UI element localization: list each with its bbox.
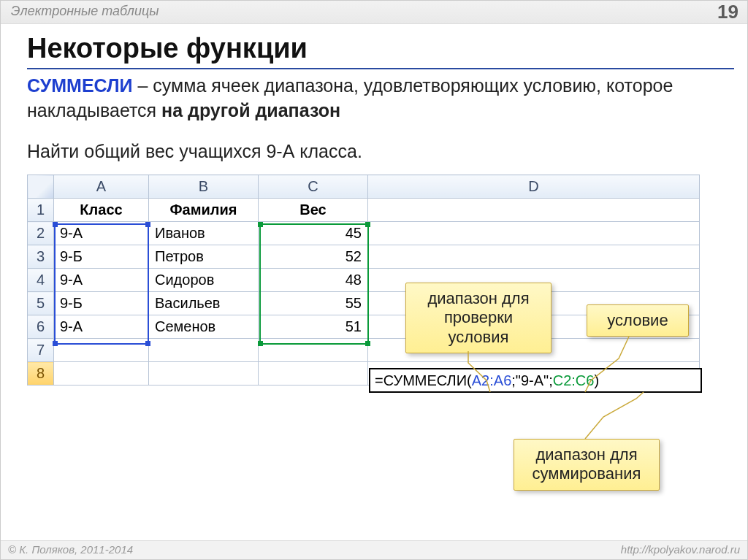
- col-header-a[interactable]: A: [54, 175, 149, 199]
- formula-range2: C2:C6: [553, 372, 595, 388]
- formula-cond: "9-А": [516, 372, 549, 388]
- footer-copyright: © К. Поляков, 2011-2014: [8, 543, 133, 556]
- formula-text: =СУММЕСЛИ(A2:A6;"9-А";C2:C6): [375, 372, 599, 389]
- cell-b5[interactable]: Васильев: [149, 292, 259, 315]
- cell-a8[interactable]: [54, 362, 149, 386]
- cell-d1[interactable]: [368, 199, 700, 222]
- cell-c4[interactable]: 48: [259, 269, 368, 292]
- cell-b2[interactable]: Иванов: [149, 222, 259, 245]
- col-header-d[interactable]: D: [368, 175, 700, 199]
- cell-c1[interactable]: Вес: [259, 199, 368, 222]
- formula-prefix: =СУММЕСЛИ(: [375, 372, 472, 388]
- cell-c7[interactable]: [259, 339, 368, 362]
- task-text: Найти общий вес учащихся 9-А класса.: [27, 141, 362, 162]
- cell-c5[interactable]: 55: [259, 292, 368, 315]
- cell-a4[interactable]: 9-А: [54, 269, 149, 292]
- cell-a6[interactable]: 9-А: [54, 315, 149, 339]
- row-header-2[interactable]: 2: [28, 222, 54, 245]
- cell-a2[interactable]: 9-А: [54, 222, 149, 245]
- col-header-b[interactable]: B: [149, 175, 259, 199]
- cell-a5[interactable]: 9-Б: [54, 292, 149, 315]
- callout-condition: условие: [587, 304, 689, 337]
- description-emphasis: на другой диапазон: [161, 100, 340, 120]
- formula-suffix: ): [594, 372, 599, 388]
- cell-b7[interactable]: [149, 339, 259, 362]
- topic-label: Электронные таблицы: [11, 4, 159, 19]
- spreadsheet: A B C D 1 Класс Фамилия Вес 2 9-А Иванов…: [27, 174, 721, 386]
- cell-b1[interactable]: Фамилия: [149, 199, 259, 222]
- callout-range-check: диапазон для проверки условия: [405, 283, 552, 353]
- slide: Электронные таблицы 19 Некоторые функции…: [0, 0, 748, 560]
- cell-b4[interactable]: Сидоров: [149, 269, 259, 292]
- cell-c2[interactable]: 45: [259, 222, 368, 245]
- row-header-8[interactable]: 8: [28, 362, 54, 386]
- select-all-corner[interactable]: [28, 175, 54, 199]
- cell-b6[interactable]: Семенов: [149, 315, 259, 339]
- footer-url: http://kpolyakov.narod.ru: [621, 543, 740, 556]
- topbar: Электронные таблицы 19: [1, 1, 747, 24]
- row-header-1[interactable]: 1: [28, 199, 54, 222]
- function-keyword: СУММЕСЛИ: [27, 75, 133, 96]
- formula-range1: A2:A6: [472, 372, 511, 388]
- cell-b8[interactable]: [149, 362, 259, 386]
- footer: © К. Поляков, 2011-2014 http://kpolyakov…: [1, 540, 747, 559]
- grid-table: A B C D 1 Класс Фамилия Вес 2 9-А Иванов…: [27, 174, 700, 386]
- row-header-7[interactable]: 7: [28, 339, 54, 362]
- page-number: 19: [717, 1, 739, 23]
- row-header-3[interactable]: 3: [28, 245, 54, 269]
- cell-d2[interactable]: [368, 222, 700, 245]
- row-header-6[interactable]: 6: [28, 315, 54, 339]
- title-divider: [27, 68, 734, 69]
- row-header-4[interactable]: 4: [28, 269, 54, 292]
- callout-range-sum: диапазон для суммирования: [514, 439, 660, 491]
- slide-title: Некоторые функции: [27, 33, 308, 64]
- col-header-c[interactable]: C: [259, 175, 368, 199]
- cell-a3[interactable]: 9-Б: [54, 245, 149, 269]
- description: СУММЕСЛИ – сумма ячеек диапазона, удовле…: [27, 74, 718, 123]
- cell-a7[interactable]: [54, 339, 149, 362]
- cell-d3[interactable]: [368, 245, 700, 269]
- row-header-5[interactable]: 5: [28, 292, 54, 315]
- cell-a1[interactable]: Класс: [54, 199, 149, 222]
- cell-c8[interactable]: [259, 362, 368, 386]
- cell-c3[interactable]: 52: [259, 245, 368, 269]
- cell-b3[interactable]: Петров: [149, 245, 259, 269]
- cell-c6[interactable]: 51: [259, 315, 368, 339]
